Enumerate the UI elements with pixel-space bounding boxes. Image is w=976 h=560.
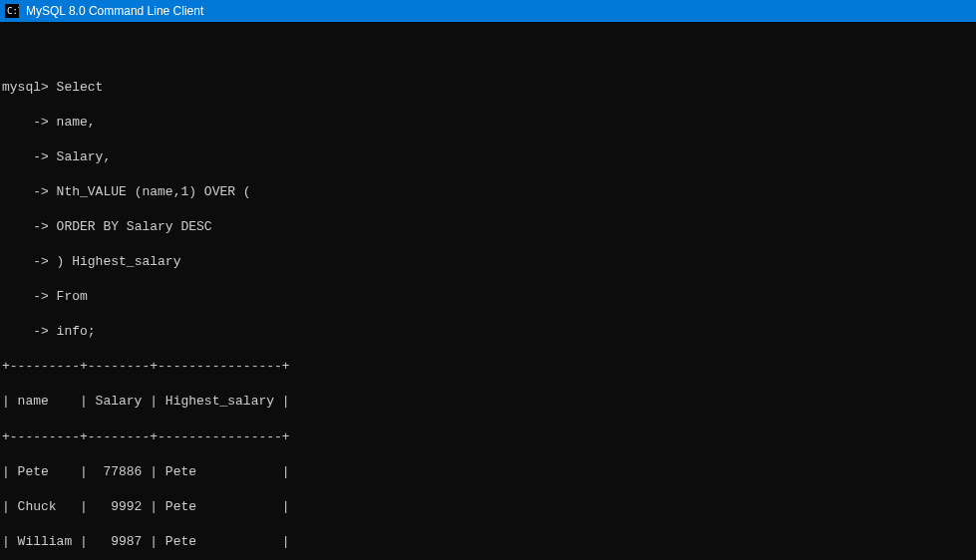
table-row: | Pete | 77886 | Pete |: [2, 463, 974, 481]
table-row: | Chuck | 9992 | Pete |: [2, 498, 974, 516]
blank-line: [2, 44, 974, 62]
terminal-output[interactable]: mysql> Select -> name, -> Salary, -> Nth…: [0, 22, 976, 560]
query-line: -> ) Highest_salary: [2, 253, 974, 271]
window-titlebar[interactable]: C:\ MySQL 8.0 Command Line Client: [0, 0, 976, 22]
query-line: mysql> Select: [2, 79, 974, 97]
query-line: -> Salary,: [2, 148, 974, 166]
query-line: -> info;: [2, 323, 974, 341]
table-row: | William | 9987 | Pete |: [2, 533, 974, 551]
query-line: -> Nth_VALUE (name,1) OVER (: [2, 183, 974, 201]
query-line: -> From: [2, 288, 974, 306]
table-border: +---------+--------+----------------+: [2, 428, 974, 446]
table-border: +---------+--------+----------------+: [2, 358, 974, 376]
svg-text:C:\: C:\: [7, 6, 19, 16]
query-line: -> ORDER BY Salary DESC: [2, 218, 974, 236]
table-header: | name | Salary | Highest_salary |: [2, 393, 974, 411]
query-line: -> name,: [2, 114, 974, 132]
window-title: MySQL 8.0 Command Line Client: [26, 4, 203, 18]
app-icon: C:\: [4, 3, 20, 19]
